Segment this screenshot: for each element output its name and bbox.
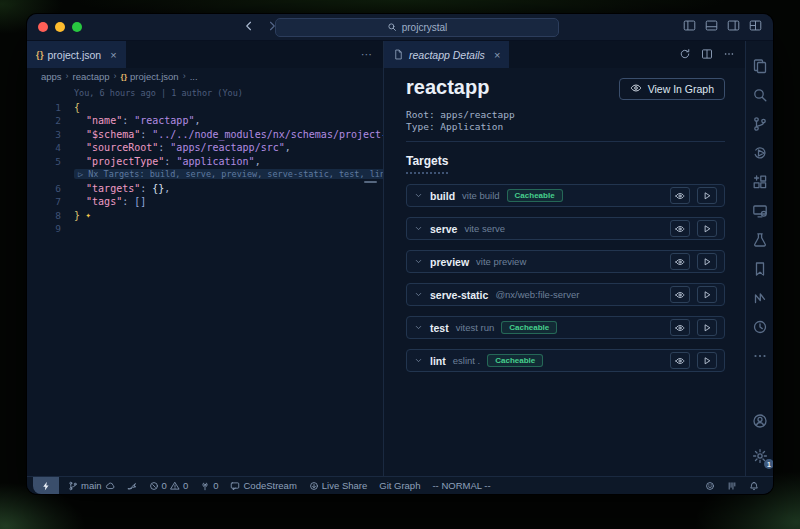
activity-additional-views[interactable]	[746, 341, 773, 370]
target-command: @nx/web:file-server	[495, 289, 579, 300]
target-row-test[interactable]: testvitest runCacheable	[406, 316, 725, 339]
overview-ruler-marker	[364, 181, 377, 183]
back-icon[interactable]	[243, 18, 255, 36]
line-number: 7	[27, 195, 74, 209]
history-nav	[243, 18, 278, 36]
customize-layout-icon[interactable]	[749, 18, 762, 36]
code-editor[interactable]: You, 6 hours ago | 1 author (You)1{2 "na…	[27, 84, 383, 476]
activity-testing[interactable]	[746, 225, 773, 254]
code-token: :	[158, 141, 170, 155]
show-target-config-button[interactable]	[670, 220, 690, 237]
code-line: 3 "$schema": "../../node_modules/nx/sche…	[27, 128, 383, 142]
run-target-button[interactable]	[697, 286, 717, 303]
activity-bookmarks[interactable]	[746, 254, 773, 283]
code-token: "targets"	[86, 182, 140, 196]
error-icon	[149, 481, 159, 491]
target-row-serve-static[interactable]: serve-static@nx/web:file-server	[406, 283, 725, 306]
activity-accounts[interactable]	[746, 406, 773, 435]
activity-search[interactable]	[746, 80, 773, 109]
tab-reactapp-details[interactable]: reactapp Details ×	[384, 41, 510, 68]
status-ports[interactable]: 0	[194, 477, 224, 494]
view-in-graph-button[interactable]: View In Graph	[619, 78, 725, 100]
chevron-down-icon[interactable]	[414, 290, 423, 299]
target-command: vite preview	[476, 256, 526, 267]
status-git-branch[interactable]: main	[62, 477, 121, 494]
status-git-graph[interactable]: Git Graph	[373, 477, 426, 494]
breadcrumb-item[interactable]: apps	[41, 71, 62, 82]
status-codestream[interactable]: CodeStream	[224, 477, 302, 494]
status-formatter[interactable]	[721, 477, 743, 494]
search-query-text: projcrystal	[402, 22, 448, 33]
chevron-down-icon[interactable]	[414, 257, 423, 266]
toggle-secondary-sidebar-icon[interactable]	[727, 18, 740, 36]
show-target-config-button[interactable]	[670, 286, 690, 303]
run-target-button[interactable]	[697, 253, 717, 270]
show-target-config-button[interactable]	[670, 253, 690, 270]
status-vim-mode[interactable]: -- NORMAL --	[426, 477, 496, 494]
run-target-button[interactable]	[697, 187, 717, 204]
close-window-button[interactable]	[38, 22, 48, 32]
target-row-build[interactable]: buildvite buildCacheable	[406, 184, 725, 207]
status-text: 0	[162, 480, 167, 491]
code-token: "projectType"	[86, 155, 164, 169]
activity-remote-explorer[interactable]	[746, 196, 773, 225]
activity-nx-console[interactable]	[746, 283, 773, 312]
more-actions-icon[interactable]	[723, 46, 735, 64]
close-tab-icon[interactable]: ×	[110, 49, 116, 61]
status-feedback[interactable]	[699, 477, 721, 494]
chevron-down-icon[interactable]	[414, 191, 423, 200]
split-editor-icon[interactable]	[701, 46, 713, 64]
show-target-config-button[interactable]	[670, 187, 690, 204]
status-problems[interactable]: 00	[143, 477, 195, 494]
show-target-config-button[interactable]	[670, 352, 690, 369]
toggle-panel-icon[interactable]	[705, 18, 718, 36]
breadcrumb-item[interactable]: project.json	[130, 71, 179, 82]
code-token: "sourceRoot"	[86, 141, 158, 155]
warn-icon	[170, 481, 180, 491]
run-target-button[interactable]	[697, 352, 717, 369]
nx-targets-codelens[interactable]: ▷ Nx Targets: build, serve, preview, ser…	[27, 168, 383, 182]
activity-source-control[interactable]	[746, 109, 773, 138]
activity-extensions[interactable]	[746, 167, 773, 196]
close-tab-icon[interactable]: ×	[494, 49, 500, 61]
activity-run-and-debug[interactable]	[746, 138, 773, 167]
zoom-window-button[interactable]	[72, 22, 82, 32]
run-target-button[interactable]	[697, 319, 717, 336]
run-target-button[interactable]	[697, 220, 717, 237]
status-text: 0	[183, 480, 188, 491]
status-notifications[interactable]	[743, 477, 765, 494]
code-token: :	[164, 155, 176, 169]
target-row-preview[interactable]: previewvite preview	[406, 250, 725, 273]
target-row-lint[interactable]: linteslint .Cacheable	[406, 349, 725, 372]
cacheable-badge: Cacheable	[507, 189, 563, 202]
tab-overflow-button[interactable]: ⋯	[361, 48, 383, 61]
blame-text: You, 6 hours ago | 1 author (You)	[74, 88, 243, 98]
status-remote[interactable]	[33, 477, 59, 494]
chevron-down-icon[interactable]	[414, 356, 423, 365]
breadcrumb-item[interactable]: reactapp	[73, 71, 110, 82]
code-token: :	[122, 195, 134, 209]
code-token: ,	[285, 141, 291, 155]
chevron-down-icon[interactable]	[414, 323, 423, 332]
breadcrumb-item[interactable]: ...	[190, 71, 198, 82]
status-publish[interactable]	[121, 477, 143, 494]
code-line: 7 "tags": []	[27, 195, 383, 209]
breadcrumb[interactable]: apps › reactapp › { } project.json › ...	[27, 68, 383, 84]
activity-timeline[interactable]	[746, 312, 773, 341]
target-command: eslint .	[453, 355, 480, 366]
status-bar: main000CodeStreamLive ShareGit Graph-- N…	[27, 476, 773, 494]
minimize-window-button[interactable]	[55, 22, 65, 32]
tab-project-json[interactable]: { } project.json ×	[27, 41, 127, 68]
target-row-serve[interactable]: servevite serve	[406, 217, 725, 240]
command-center-search[interactable]: projcrystal	[275, 18, 559, 37]
activity-explorer[interactable]	[746, 51, 773, 80]
chevron-down-icon[interactable]	[414, 224, 423, 233]
status-live-share[interactable]: Live Share	[303, 477, 373, 494]
refresh-icon[interactable]	[679, 46, 691, 64]
activity-settings[interactable]: 1	[746, 441, 773, 470]
target-name: preview	[430, 256, 469, 268]
history-icon	[752, 319, 768, 335]
ellipsis-icon	[752, 348, 768, 364]
toggle-primary-sidebar-icon[interactable]	[683, 18, 696, 36]
show-target-config-button[interactable]	[670, 319, 690, 336]
